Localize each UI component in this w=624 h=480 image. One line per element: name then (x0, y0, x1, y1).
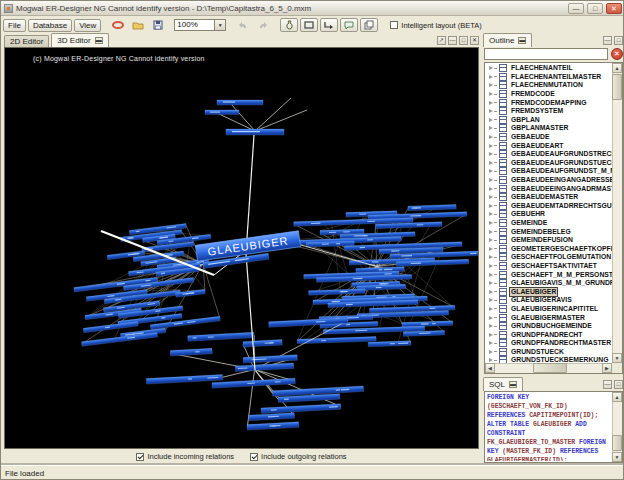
expander-icon[interactable] (488, 348, 497, 356)
outline-search-input[interactable] (484, 48, 608, 60)
tab-3d-editor[interactable]: 3D Editor ▬ (51, 33, 108, 47)
expander-icon[interactable] (488, 99, 497, 107)
expander-icon[interactable] (488, 73, 497, 81)
folder-open-icon[interactable] (129, 18, 147, 32)
sql-minimize-frame-icon[interactable]: — (603, 380, 612, 389)
menu-file[interactable]: File (3, 19, 26, 32)
outline-maximize-frame-icon[interactable]: □ (614, 36, 623, 45)
connection-icon[interactable] (109, 18, 127, 32)
expander-icon[interactable] (488, 236, 497, 244)
3d-editor-viewport[interactable]: GLAEUBIGER (c) Mogwai ER-Designer NG Can… (4, 47, 479, 449)
expander-icon[interactable] (488, 253, 497, 261)
expander-icon[interactable] (488, 142, 497, 150)
add-relation-icon[interactable] (320, 18, 338, 32)
expander-icon[interactable] (488, 116, 497, 124)
expander-icon[interactable] (488, 176, 497, 184)
outline-scroll-thumb[interactable] (612, 74, 622, 100)
expander-icon[interactable] (488, 150, 497, 158)
expander-icon[interactable] (488, 339, 497, 347)
toolbar: File Database View 100% ▼ (1, 17, 624, 33)
expander-icon[interactable] (488, 279, 497, 287)
expander-icon[interactable] (488, 133, 497, 141)
add-view-icon[interactable] (300, 18, 318, 32)
expander-icon[interactable] (488, 202, 497, 210)
sql-scroll-down-icon[interactable]: ▼ (612, 452, 622, 462)
add-entity-icon[interactable] (280, 18, 298, 32)
sql-editor[interactable]: FOREIGN KEY (GESCHAEFT_VON_FK_ID) REFERE… (484, 391, 623, 463)
expander-icon[interactable] (488, 124, 497, 132)
tab-outline[interactable]: Outline ▬ (483, 33, 532, 47)
minimize-window-icon[interactable]: — (568, 3, 584, 14)
outline-vertical-scrollbar[interactable]: ▲ ▼ (612, 63, 622, 363)
chevron-down-icon[interactable]: ▼ (214, 20, 225, 30)
outline-item[interactable]: FREMDSYSTEM (485, 107, 612, 116)
expander-icon[interactable] (488, 228, 497, 236)
float-frame-icon[interactable]: ↗ (437, 36, 446, 45)
sql-vertical-scrollbar[interactable]: ▲ ▼ (612, 392, 622, 462)
expander-icon[interactable] (488, 219, 497, 227)
scroll-right-icon[interactable]: ▶ (602, 363, 612, 373)
zoom-combobox[interactable]: 100% ▼ (174, 19, 226, 31)
expander-icon[interactable] (488, 271, 497, 279)
table-icon (499, 253, 507, 261)
table-icon (499, 150, 507, 158)
expander-icon[interactable] (488, 185, 497, 193)
minimize-frame-icon[interactable]: — (448, 36, 457, 45)
expander-icon[interactable] (488, 81, 497, 89)
expander-icon[interactable] (488, 193, 497, 201)
include-incoming-checkbox[interactable] (136, 453, 144, 461)
scroll-left-icon[interactable]: ◀ (485, 363, 495, 373)
scroll-up-icon[interactable]: ▲ (612, 63, 622, 73)
tab-minimize-icon[interactable]: ▬ (95, 37, 103, 44)
expander-icon[interactable] (488, 167, 497, 175)
outline-tree[interactable]: FLAECHENANTEILFLAECHENANTEILMASTERFLAECH… (484, 62, 623, 374)
maximize-frame-icon[interactable]: □ (459, 36, 468, 45)
redo-icon[interactable] (254, 18, 272, 32)
tab-2d-editor[interactable]: 2D Editor (4, 35, 49, 47)
sql-scroll-thumb[interactable] (612, 435, 622, 451)
include-outgoing-option[interactable]: Include outgoing relations (250, 452, 346, 461)
3d-graph-canvas[interactable]: GLAEUBIGER (5, 48, 478, 448)
close-frame-icon[interactable]: ✕ (470, 36, 479, 45)
outline-hscroll-thumb[interactable] (533, 363, 567, 373)
menu-view[interactable]: View (74, 19, 101, 32)
expander-icon[interactable] (488, 210, 497, 218)
include-outgoing-checkbox[interactable] (250, 453, 258, 461)
expander-icon[interactable] (488, 107, 497, 115)
outline-minimize-icon[interactable]: ▬ (518, 37, 526, 44)
outline-item[interactable]: GEBAEUDEMTADRRECHTSGUELT (485, 202, 612, 211)
save-icon[interactable] (149, 18, 167, 32)
expander-icon[interactable] (488, 296, 497, 304)
table-icon (499, 314, 507, 322)
sql-minimize-icon[interactable]: ▬ (509, 381, 517, 388)
clear-search-icon[interactable]: ✕ (611, 48, 623, 60)
expander-icon[interactable] (488, 90, 497, 98)
sql-text: FOREIGN KEY (GESCHAEFT_VON_FK_ID) REFERE… (487, 393, 611, 461)
expander-icon[interactable] (488, 262, 497, 270)
intelligent-layout-checkbox[interactable] (390, 21, 398, 29)
scroll-down-icon[interactable]: ▼ (612, 353, 622, 363)
expander-icon[interactable] (488, 305, 497, 313)
include-incoming-option[interactable]: Include incoming relations (136, 452, 234, 461)
maximize-window-icon[interactable]: □ (587, 3, 603, 14)
expander-icon[interactable] (488, 245, 497, 253)
table-icon (499, 176, 507, 184)
copy-elements-icon[interactable] (360, 18, 378, 32)
outline-horizontal-scrollbar[interactable]: ◀ ▶ (485, 363, 612, 373)
expander-icon[interactable] (488, 159, 497, 167)
intelligent-layout-option[interactable]: Intelligent layout (BETA) (390, 21, 481, 30)
expander-icon[interactable] (488, 331, 497, 339)
expander-icon[interactable] (488, 288, 497, 296)
menu-database[interactable]: Database (28, 19, 72, 32)
expander-icon[interactable] (488, 314, 497, 322)
expander-icon[interactable] (488, 322, 497, 330)
undo-icon[interactable] (234, 18, 252, 32)
outline-item[interactable]: GRUNDSTUECKBEMERKUNG (485, 356, 612, 363)
expander-icon[interactable] (488, 64, 497, 72)
outline-minimize-frame-icon[interactable]: — (603, 36, 612, 45)
sql-maximize-frame-icon[interactable]: □ (614, 380, 623, 389)
sql-scroll-up-icon[interactable]: ▲ (612, 392, 622, 402)
close-window-icon[interactable]: ✕ (606, 3, 622, 14)
add-comment-icon[interactable] (340, 18, 358, 32)
tab-sql[interactable]: SQL ▬ (483, 377, 523, 391)
